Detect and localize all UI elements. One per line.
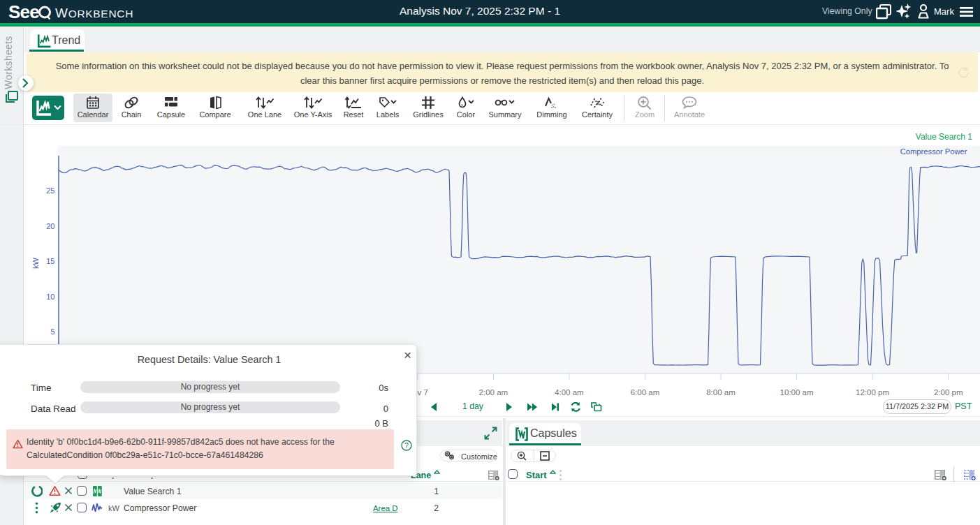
svg-text:5: 5 [50, 327, 54, 336]
svg-text:Compressor Power: Compressor Power [900, 147, 967, 156]
svg-text:kW: kW [31, 257, 40, 269]
svg-text:6:00 am: 6:00 am [631, 388, 660, 397]
svg-text:25: 25 [46, 186, 54, 195]
svg-text:10:00 am: 10:00 am [780, 388, 814, 397]
svg-text:Value Search 1: Value Search 1 [916, 132, 972, 142]
svg-text:2:00 am: 2:00 am [479, 388, 509, 397]
svg-text:20: 20 [46, 222, 54, 230]
svg-text:8:00 am: 8:00 am [706, 388, 736, 397]
svg-text:2:00 pm: 2:00 pm [934, 388, 963, 397]
svg-text:4:00 am: 4:00 am [555, 388, 584, 397]
svg-text:12:00 pm: 12:00 pm [856, 388, 889, 397]
svg-text:10: 10 [46, 293, 54, 301]
svg-text:?: ? [404, 441, 409, 450]
svg-text:15: 15 [46, 257, 54, 265]
